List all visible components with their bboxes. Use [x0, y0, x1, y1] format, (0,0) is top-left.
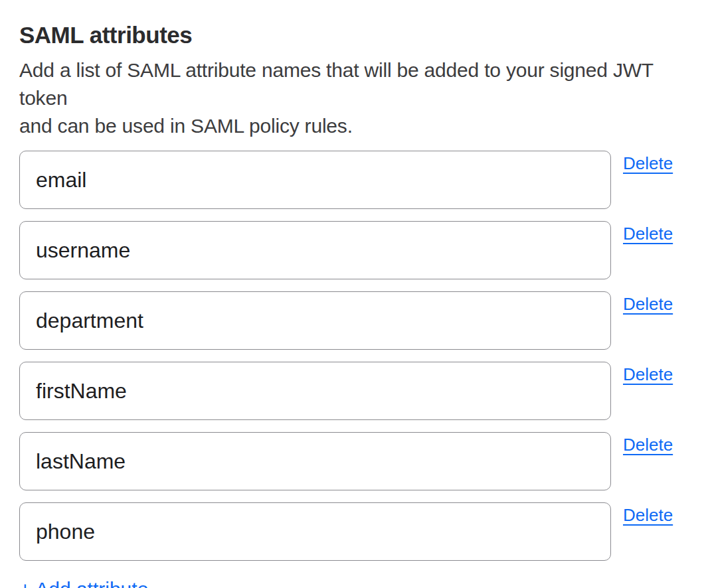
delete-attribute-link[interactable]: Delete: [623, 435, 673, 455]
attribute-row: Delete: [19, 151, 679, 209]
attribute-name-input[interactable]: [19, 151, 611, 209]
attribute-row: Delete: [19, 221, 679, 279]
attribute-row: Delete: [19, 432, 679, 490]
delete-attribute-link[interactable]: Delete: [623, 505, 673, 525]
attribute-name-input[interactable]: [19, 432, 611, 490]
add-attribute-link[interactable]: + Add attribute: [19, 578, 148, 588]
section-description-line-2: and can be used in SAML policy rules.: [19, 115, 353, 137]
delete-attribute-link[interactable]: Delete: [623, 224, 673, 244]
delete-attribute-link[interactable]: Delete: [623, 153, 673, 173]
attribute-row: Delete: [19, 291, 679, 350]
attribute-name-input[interactable]: [19, 291, 611, 350]
delete-attribute-link[interactable]: Delete: [623, 294, 673, 314]
delete-attribute-link[interactable]: Delete: [623, 364, 673, 384]
section-description-line-1: Add a list of SAML attribute names that …: [19, 59, 653, 109]
attribute-list: Delete Delete Delete Delete Delete Delet…: [19, 151, 679, 561]
attribute-name-input[interactable]: [19, 221, 611, 279]
section-title: SAML attributes: [19, 22, 679, 48]
section-description: Add a list of SAML attribute names that …: [19, 56, 679, 140]
attribute-name-input[interactable]: [19, 502, 611, 561]
saml-attributes-section: SAML attributes Add a list of SAML attri…: [0, 0, 708, 588]
attribute-name-input[interactable]: [19, 362, 611, 420]
attribute-row: Delete: [19, 502, 679, 561]
attribute-row: Delete: [19, 362, 679, 420]
